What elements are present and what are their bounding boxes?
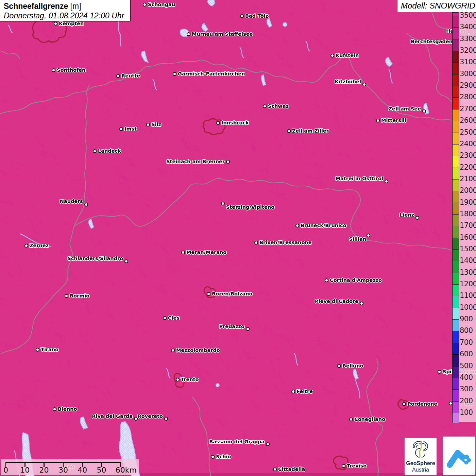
- page-title: Schneefallgrenze [m]: [4, 1, 127, 11]
- colorbar-tick-2200: 2200: [460, 163, 476, 172]
- city-label-meran-merano: Meran/Merano: [186, 249, 226, 256]
- colorbar-segment-2: [453, 27, 459, 39]
- city-marker-kitzb-hel: [362, 83, 366, 86]
- city-marker-trento: [176, 378, 180, 381]
- colorbar-tick-1100: 1100: [460, 291, 476, 300]
- colorbar-tick-2000: 2000: [460, 186, 476, 195]
- city-marker-spilimbergo: [438, 370, 441, 374]
- colorbar-tick-3400: 3400: [460, 22, 476, 31]
- colorbar-tick-3300: 3300: [460, 34, 476, 43]
- colorbar-segment-27: [453, 319, 459, 331]
- city-label-zell-am-see: Zell am See: [389, 105, 421, 113]
- city-marker-sonthofen: [52, 68, 55, 72]
- colorbar-tick-1800: 1800: [460, 209, 476, 218]
- city-marker-predazzo: [246, 327, 250, 331]
- city-marker-mezzolombardo: [171, 348, 175, 352]
- city-label-kitzb-hel: Kitzbühel: [335, 78, 361, 85]
- colorbar-segment-23: [453, 273, 459, 285]
- colorbar-segment-33: [453, 389, 459, 401]
- colorbar-segment-19: [453, 226, 459, 238]
- title-parameter: Schneefallgrenze: [4, 2, 68, 11]
- city-label-kufstein: Kufstein: [336, 52, 359, 59]
- city-label-bassano-del-grappa: Bassano del Grappa: [209, 438, 265, 445]
- city-marker-mittersill: [376, 119, 380, 122]
- city-marker-silz: [146, 123, 150, 126]
- geosphere-contours-icon: [411, 440, 430, 459]
- blue-mountain-icon: [446, 444, 472, 468]
- city-label-schongau: Schongau: [148, 1, 175, 8]
- city-label-rovereto: Rovereto: [138, 412, 163, 420]
- city-marker-ipo: [449, 402, 453, 405]
- colorbar-segment-15: [453, 179, 459, 191]
- city-marker-zernez: [24, 244, 28, 248]
- city-label-bad-t-lz: Bad Tölz: [245, 12, 268, 20]
- city-marker-zell-am-ziller: [287, 129, 291, 133]
- valid-datetime: Donnerstag, 01.08.2024 12:00 Uhr: [4, 11, 127, 20]
- city-label-silz: Silz: [151, 121, 161, 128]
- colorbar-tick-600: 600: [460, 350, 476, 358]
- colorbar-segment-29: [453, 343, 459, 355]
- title-unit: [m]: [68, 2, 81, 11]
- colorbar-segment-7: [453, 86, 459, 98]
- colorbar-segment-26: [453, 308, 459, 320]
- colorbar-tick-900: 900: [460, 314, 476, 323]
- city-marker-meran-merano: [181, 251, 185, 254]
- map-title-box: Schneefallgrenze [m] Donnerstag, 01.08.2…: [0, 0, 131, 21]
- city-marker-cles: [163, 316, 167, 320]
- city-marker-imst: [119, 127, 123, 131]
- geosphere-logo-name: GeoSphere: [405, 460, 437, 466]
- colorbar-tick-1600: 1600: [460, 233, 476, 242]
- colorbar-segment-14: [453, 168, 459, 180]
- city-label-innsbruck: Innsbruck: [221, 119, 249, 126]
- city-label-berchtesgaden: Berchtesgaden: [411, 38, 453, 45]
- colorbar-tick-3100: 3100: [460, 57, 476, 66]
- colorbar-segment-34: [453, 401, 459, 413]
- city-label-trento: Trento: [181, 376, 199, 383]
- colorbar-tick-500: 500: [460, 361, 476, 370]
- city-label-feltre: Feltre: [296, 388, 313, 395]
- city-marker-zell-am-see: [422, 109, 426, 113]
- colorbar-tick-3000: 3000: [460, 69, 476, 78]
- city-marker-bozen-bolzano: [207, 292, 210, 296]
- city-label-garmisch-partenkirchen: Garmisch-Partenkirchen: [178, 70, 245, 78]
- city-marker-rovereto: [164, 417, 168, 421]
- colorbar-tick-1300: 1300: [460, 268, 476, 277]
- city-label-nauders: Nauders: [60, 198, 83, 205]
- city-marker-sterzing-vipiteno: [221, 202, 225, 205]
- colorbar-tick-1900: 1900: [460, 198, 476, 207]
- colorbar-tick-2600: 2600: [460, 116, 476, 125]
- colorbar-tick-800: 800: [460, 326, 476, 335]
- scalebar: 0102030405060km: [1, 459, 139, 475]
- city-marker-lienz: [415, 216, 419, 220]
- colorbar-segment-32: [453, 378, 459, 390]
- city-label-steinach-am-brenner: Steinach am Brenner: [166, 158, 225, 165]
- city-label-conegliano: Conegliano: [354, 415, 385, 423]
- colorbar-tick-1000: 1000: [460, 303, 476, 312]
- city-label-pieve-di-cadore: Pieve di Cadore: [315, 298, 358, 305]
- colorbar-segment-9: [453, 109, 459, 121]
- colorbar-tick-2800: 2800: [460, 92, 476, 101]
- city-label-imst: Imst: [124, 125, 137, 133]
- city-marker-nauders: [84, 203, 88, 206]
- colorbar-segment-12: [453, 144, 459, 156]
- colorbar-segment-16: [453, 191, 459, 203]
- city-label-cortina-d-ampezzo: Cortina d'Ampezzo: [330, 276, 382, 284]
- colorbar-segment-13: [453, 156, 459, 168]
- city-marker-schwaz: [263, 104, 267, 108]
- city-label-landeck: Landeck: [98, 147, 121, 155]
- city-marker-matrei-in-osttirol: [385, 180, 388, 183]
- colorbar: [452, 12, 459, 423]
- model-label: Modell: SNOWGRID: [401, 1, 474, 11]
- colorbar-segment-4: [453, 51, 459, 63]
- city-marker-pieve-di-cadore: [360, 302, 363, 305]
- city-label-bruneck-brunico: Bruneck/Brunico: [301, 222, 346, 229]
- colorbar-tick-300: 300: [460, 385, 476, 393]
- city-marker-kufstein: [330, 54, 334, 57]
- city-marker-schongau: [143, 3, 147, 6]
- colorbar-tick-1200: 1200: [460, 279, 476, 288]
- city-label-schlanders-silandro: Schlanders/Silandro: [67, 255, 123, 262]
- city-marker-bruneck-brunico: [295, 224, 299, 227]
- city-label-tirano: Tirano: [41, 346, 58, 353]
- city-label-sterzing-vipiteno: Sterzing/Vipiteno: [226, 203, 274, 211]
- city-marker-treviso: [342, 464, 345, 468]
